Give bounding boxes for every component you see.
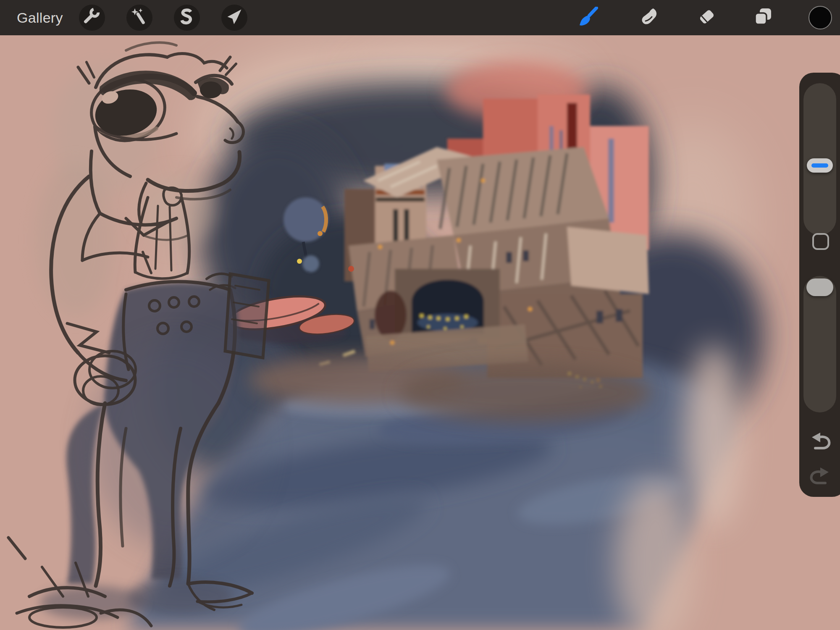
brush-size-slider[interactable] bbox=[803, 83, 836, 235]
smudge-tool-button[interactable] bbox=[639, 8, 659, 28]
s-curve-icon bbox=[178, 8, 196, 28]
color-swatch-button[interactable] bbox=[808, 6, 832, 29]
brush-size-handle[interactable] bbox=[807, 158, 833, 173]
redo-button[interactable] bbox=[808, 466, 832, 486]
brush-opacity-slider[interactable] bbox=[803, 276, 836, 412]
actions-button[interactable] bbox=[79, 5, 105, 31]
brush-sidebar bbox=[799, 73, 840, 497]
wrench-icon bbox=[82, 7, 102, 28]
brush-opacity-handle[interactable] bbox=[806, 278, 833, 296]
smudge-finger-icon bbox=[639, 7, 659, 29]
selection-button[interactable] bbox=[174, 5, 200, 31]
erase-tool-button[interactable] bbox=[697, 8, 717, 28]
redo-icon bbox=[808, 480, 832, 487]
top-toolbar: Gallery bbox=[0, 0, 840, 35]
adjustments-button[interactable] bbox=[126, 5, 152, 31]
paint-tool-button[interactable] bbox=[578, 8, 598, 28]
layers-button[interactable] bbox=[753, 8, 773, 28]
undo-button[interactable] bbox=[808, 431, 832, 451]
layers-icon bbox=[753, 7, 773, 29]
brush-size-indicator bbox=[811, 163, 828, 168]
paintbrush-icon bbox=[578, 7, 598, 29]
move-arrow-icon bbox=[225, 8, 244, 28]
undo-icon bbox=[808, 445, 832, 452]
transform-button[interactable] bbox=[221, 5, 247, 31]
procreate-window: Gallery bbox=[0, 0, 840, 630]
magic-wand-icon bbox=[130, 8, 149, 28]
canvas-artwork[interactable] bbox=[0, 0, 840, 630]
modify-button[interactable] bbox=[812, 233, 829, 250]
eraser-icon bbox=[697, 7, 717, 29]
gallery-button[interactable]: Gallery bbox=[17, 0, 63, 35]
